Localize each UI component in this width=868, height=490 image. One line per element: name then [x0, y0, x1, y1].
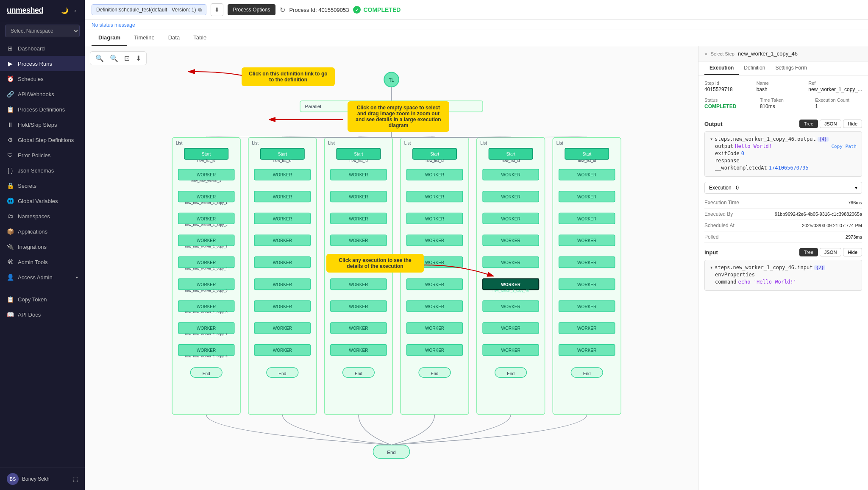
tree-expand-icon[interactable]: ▾ [710, 136, 713, 142]
copy-path-button[interactable]: Copy Path [831, 144, 857, 149]
sidebar-item-process-runs[interactable]: ▶ Process Runs [0, 56, 85, 71]
sidebar-item-integrations[interactable]: 🔌 Integrations [0, 239, 85, 254]
svg-text:WORKER: WORKER [349, 282, 368, 287]
process-runs-icon: ▶ [7, 60, 14, 67]
status-badge: ✓ COMPLETED [353, 6, 401, 14]
rp-tab-settings-form[interactable]: Settings Form [770, 61, 812, 75]
execution-info-section: Execution Time 766ms Executed By 91bb969… [698, 197, 868, 243]
sidebar-item-api-docs[interactable]: 📖 API Docs [0, 307, 85, 322]
input-tree-expand-icon[interactable]: ▾ [710, 264, 713, 270]
svg-text:List: List [252, 141, 259, 145]
svg-text:Start: Start [430, 152, 439, 156]
svg-text:WORKER: WORKER [273, 282, 292, 287]
svg-text:WORKER: WORKER [577, 195, 596, 199]
select-step-value: new_worker_1_copy_46 [738, 50, 798, 57]
step-time-taken-field: Time Taken 810ms [760, 97, 807, 109]
refresh-button[interactable]: ↻ [280, 6, 285, 14]
namespace-select-area: Select Namespace [0, 21, 85, 41]
execution-dropdown[interactable]: Execution - 0 ▾ [704, 182, 862, 194]
sidebar-item-api-webhooks[interactable]: 🔗 API/Webhooks [0, 86, 85, 102]
tab-diagram[interactable]: Diagram [92, 30, 127, 46]
download-diagram-button[interactable]: ⬇ [134, 53, 143, 63]
svg-text:new_new_worker_1_copy_1: new_new_worker_1_copy_1 [185, 201, 228, 205]
input-tree-item-envprops: envProperties [710, 272, 857, 278]
sidebar-item-global-variables[interactable]: 🌐 Global Variables [0, 193, 85, 209]
sidebar-item-process-definitions[interactable]: 📋 Process Definitions [0, 102, 85, 117]
step-info-section: Step Id 4015529718 Name bash Ref new_wor… [698, 75, 868, 120]
sidebar-item-error-policies[interactable]: 🛡 Error Policies [0, 148, 85, 163]
process-definitions-icon: 📋 [7, 106, 14, 113]
svg-text:new_list_id: new_list_id [578, 159, 596, 163]
svg-text:new_new_worker_1_copy_7: new_new_worker_1_copy_7 [185, 332, 228, 336]
svg-text:new_new_worker_1_copy_4: new_new_worker_1_copy_4 [185, 267, 228, 270]
exec-info-row-0: Execution Time 766ms [704, 197, 862, 209]
output-json-button[interactable]: JSON [820, 120, 841, 128]
api-webhooks-icon: 🔗 [7, 91, 14, 97]
sidebar-item-namespaces[interactable]: 🗂 Namespaces [0, 209, 85, 224]
copy-token-icon: 📋 [7, 296, 14, 303]
svg-text:WORKER: WORKER [349, 348, 368, 353]
main-tabs: Diagram Timeline Data Table [85, 30, 868, 46]
tab-table[interactable]: Table [186, 30, 213, 46]
rp-tab-execution[interactable]: Execution [704, 61, 739, 75]
sidebar: unmeshed 🌙 ‹ Select Namespace ⊞ Dashboar… [0, 0, 85, 490]
input-tree-button[interactable]: Tree [799, 248, 818, 256]
input-section: Input Tree JSON Hide ▾ steps.new_worker_… [698, 243, 868, 291]
tab-timeline[interactable]: Timeline [127, 30, 161, 46]
integrations-icon: 🔌 [7, 243, 14, 250]
svg-text:WORKER: WORKER [349, 195, 368, 199]
tree-root-badge: {4} [818, 137, 829, 142]
sidebar-item-json-schemas[interactable]: { } Json Schemas [0, 163, 85, 178]
download-button[interactable]: ⬇ [211, 3, 223, 16]
sidebar-item-access-admin[interactable]: 👤 Access Admin ▾ [0, 270, 85, 285]
output-tree-button[interactable]: Tree [799, 120, 818, 128]
svg-text:WORKER: WORKER [197, 304, 216, 309]
user-actions-icon[interactable]: ⬚ [73, 476, 78, 482]
tab-data[interactable]: Data [161, 30, 186, 46]
rp-tab-definition[interactable]: Definition [739, 61, 770, 75]
step-execution-count-field: Execution Count 1 [815, 97, 862, 109]
fit-view-button[interactable]: ⊡ [122, 53, 131, 63]
output-hide-button[interactable]: Hide [843, 120, 862, 128]
namespace-dropdown[interactable]: Select Namespace [5, 25, 80, 37]
sidebar-item-dashboard[interactable]: ⊞ Dashboard [0, 41, 85, 56]
svg-text:WORKER: WORKER [577, 173, 596, 177]
svg-text:WORKER: WORKER [577, 326, 596, 331]
zoom-out-button[interactable]: 🔍 [108, 53, 120, 63]
user-name: Boney Sekh [22, 476, 50, 482]
right-panel: » Select Step new_worker_1_copy_46 Execu… [698, 46, 868, 490]
tree-item-workcompletedat: __workCompletedAt 1741065670795 [710, 165, 857, 171]
input-hide-button[interactable]: Hide [843, 248, 862, 256]
sidebar-item-secrets[interactable]: 🔒 Secrets [0, 178, 85, 193]
sidebar-item-applications[interactable]: 📦 Applications [0, 224, 85, 239]
svg-text:WORKER: WORKER [273, 304, 292, 309]
diagram-toolbar: 🔍 🔍 ⊡ ⬇ [90, 51, 147, 65]
sidebar-item-copy-token[interactable]: 📋 Copy Token [0, 292, 85, 307]
input-json-button[interactable]: JSON [820, 248, 841, 256]
sidebar-item-global-step-definitions[interactable]: ⚙ Global Step Definitions [0, 132, 85, 148]
svg-text:WORKER: WORKER [577, 348, 596, 353]
hold-skip-icon: ⏸ [7, 121, 14, 128]
callout-execution: Click any execution to see the details o… [326, 254, 424, 273]
sidebar-item-hold-skip-steps[interactable]: ⏸ Hold/Skip Steps [0, 117, 85, 132]
svg-text:WORKER: WORKER [425, 217, 444, 221]
process-options-button[interactable]: Process Options [228, 4, 275, 15]
secrets-icon: 🔒 [7, 182, 14, 189]
svg-text:WORKER: WORKER [577, 260, 596, 265]
svg-text:WORKER: WORKER [577, 217, 596, 221]
svg-text:WORKER: WORKER [425, 304, 444, 309]
sidebar-item-admin-tools[interactable]: 🛠 Admin Tools [0, 254, 85, 270]
right-panel-tabs: Execution Definition Settings Form [698, 61, 868, 75]
right-panel-header: » Select Step new_worker_1_copy_46 [698, 46, 868, 61]
svg-text:WORKER: WORKER [425, 348, 444, 353]
svg-text:new_list_id: new_list_id [426, 159, 444, 163]
tree-item-output: output Hello World! Copy Path [710, 143, 857, 149]
zoom-in-button[interactable]: 🔍 [94, 53, 106, 63]
svg-text:WORKER: WORKER [273, 348, 292, 353]
dark-mode-toggle[interactable]: 🌙 [59, 6, 70, 15]
definition-link[interactable]: Definition:schedule_test(default - Versi… [92, 4, 206, 15]
sidebar-item-schedules[interactable]: ⏰ Schedules [0, 71, 85, 86]
sidebar-collapse-button[interactable]: ‹ [72, 6, 78, 15]
svg-text:WORKER: WORKER [273, 173, 292, 177]
diagram-area[interactable]: 🔍 🔍 ⊡ ⬇ Click on this definition link to… [85, 46, 698, 490]
